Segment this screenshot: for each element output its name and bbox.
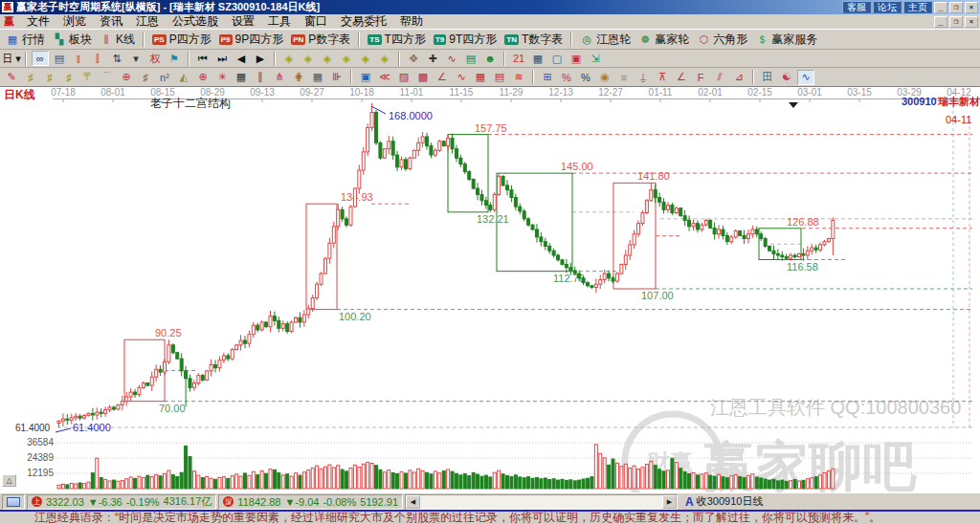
price-division-icon[interactable]: ⊼	[654, 70, 671, 85]
gann-diamond-up-icon[interactable]: ◈	[338, 51, 355, 66]
scroll-left-arrow[interactable]: ◀	[406, 495, 420, 509]
menu-item-browse[interactable]: 浏览	[56, 13, 93, 30]
channel-icon[interactable]: ⫽	[711, 70, 728, 85]
fork2-tool-icon[interactable]: ⋕	[290, 70, 307, 85]
hand-tool-icon[interactable]: ✥	[405, 51, 422, 66]
volume-collapse-button[interactable]: △	[2, 474, 16, 487]
first-page-icon[interactable]: ⏮	[194, 51, 212, 66]
grid-toggle-icon[interactable]: 田	[759, 70, 776, 85]
p-square-button[interactable]: PSP四方形	[148, 31, 215, 49]
percent2-icon[interactable]: %	[577, 70, 594, 85]
golden-box-icon[interactable]: ≡	[615, 70, 633, 85]
titlebar-link-support[interactable]: 客服	[842, 1, 871, 13]
menu-item-tools[interactable]: 工具	[261, 13, 298, 30]
close-button[interactable]: ✕	[965, 2, 978, 13]
sse-index-panel[interactable]: 上 3322.03 ▼-6.36 -0.19% 4316.17亿	[27, 494, 216, 510]
szse-index-panel[interactable]: 深 11842.88 ▼-9.04 -0.08% 5192.91	[218, 494, 403, 510]
kline-style-icon[interactable]: ⫾	[70, 51, 87, 66]
grid-large-icon[interactable]: ▦	[309, 70, 326, 85]
menu-item-news[interactable]: 资讯	[93, 13, 129, 30]
arc-tool-icon[interactable]: ⌒	[99, 70, 116, 85]
golden-section-icon[interactable]: ◉	[596, 70, 613, 85]
mdi-minimize-button[interactable]: _	[934, 16, 947, 28]
quotes-button[interactable]: ▦行情	[2, 31, 49, 49]
chart-area[interactable]: 江恩工具软件 QQ:100800360财赢赢家聊吧365842438912195…	[0, 87, 980, 492]
gann-wheel-button[interactable]: ◎江恩轮	[576, 31, 635, 49]
time-division-icon[interactable]: ⍊	[635, 70, 652, 85]
winner-service-button[interactable]: ＄赢家服务	[751, 31, 821, 49]
scroll-right-arrow[interactable]: ▶	[662, 495, 677, 509]
grid-red-icon[interactable]: ▦	[472, 70, 489, 85]
menu-item-trade-entrust[interactable]: 交易委托	[334, 13, 393, 30]
gann-grid3-icon[interactable]: ♯	[60, 70, 78, 85]
restore-button[interactable]: ❐	[949, 2, 963, 13]
save-icon[interactable]: ▣	[568, 51, 585, 66]
crosshair-icon[interactable]: ✚	[424, 51, 441, 66]
lines-tool-icon[interactable]: ≋	[510, 70, 527, 85]
9t-square-button[interactable]: T99T四方形	[430, 31, 501, 49]
menu-item-settings[interactable]: 设置	[225, 13, 261, 30]
f-line-icon[interactable]: F	[692, 70, 709, 85]
mdi-restore-button[interactable]: ❐	[949, 16, 963, 28]
minimize-button[interactable]: _	[934, 2, 947, 13]
kline-style2-icon[interactable]: ⫿	[89, 51, 106, 66]
grid-black-icon[interactable]: ▦	[233, 70, 250, 85]
smile-icon[interactable]: ☻	[481, 51, 499, 66]
wave-tool-icon[interactable]: ∿	[453, 70, 470, 85]
percent-line-icon[interactable]: %	[558, 70, 575, 85]
gann-diamond-left-icon[interactable]: ◈	[280, 51, 298, 66]
angle-line-icon[interactable]: ∠	[434, 70, 451, 85]
grid-red2-icon[interactable]: ▤	[491, 70, 508, 85]
gann-grid-diag-icon[interactable]: ▨	[395, 70, 412, 85]
bars-tool-icon[interactable]: ∥	[252, 70, 269, 85]
angle-arc-icon[interactable]: ◭	[175, 70, 192, 85]
menu-item-help[interactable]: 帮助	[393, 13, 430, 30]
keyboard-wizard-panel[interactable]	[2, 494, 25, 510]
n2-tool-icon[interactable]: n²	[156, 70, 173, 85]
range-tool-icon[interactable]: ⊪	[328, 70, 345, 85]
kline-button[interactable]: ⫼K线	[96, 31, 139, 49]
wave-mode-icon[interactable]: ∿	[797, 70, 814, 85]
taiji-icon[interactable]: ☯	[778, 70, 795, 85]
winner-wheel-button[interactable]: ☸赢家轮	[635, 31, 693, 49]
star-tool-icon[interactable]: ✳	[213, 70, 231, 85]
menu-item-window[interactable]: 窗口	[298, 13, 334, 30]
wedge-icon[interactable]: ⊿	[730, 70, 747, 85]
9p-square-button[interactable]: P99P四方形	[215, 31, 287, 49]
gann-diamond-right-icon[interactable]: ◈	[300, 51, 317, 66]
period-daily-select[interactable]: 日 ▾	[3, 51, 20, 66]
menu-item-formula-stock-pick[interactable]: 公式选股	[166, 13, 225, 30]
export-icon[interactable]: ⇲	[587, 51, 604, 66]
fork-tool-icon[interactable]: ⋔	[271, 70, 288, 85]
ruler-tool-icon[interactable]: ⊞	[539, 70, 556, 85]
next-bar-icon[interactable]: ▶	[252, 51, 269, 66]
horizontal-scrollbar[interactable]: ◀ ▶	[405, 494, 678, 510]
tsquare-tool-icon[interactable]: 〒	[79, 70, 97, 85]
zigzag-icon[interactable]: ∿	[443, 51, 460, 66]
gann-grid-icon[interactable]: ♯	[22, 70, 39, 85]
p-number-table-button[interactable]: PNP数字表	[287, 31, 354, 49]
style-dropdown-icon[interactable]: ▾	[127, 51, 145, 66]
gann-diamond-h-icon[interactable]: ◈	[319, 51, 336, 66]
last-page-icon[interactable]: ⏭	[213, 51, 231, 66]
t-number-table-button[interactable]: TNT数字表	[501, 31, 567, 49]
pen-tool-icon[interactable]: ✎	[3, 70, 20, 85]
flag-icon[interactable]: ⚑	[166, 51, 183, 66]
gann-glasses-icon[interactable]: ∞	[32, 51, 49, 66]
gann-fan-icon[interactable]: ≪	[376, 70, 393, 85]
mdi-close-button[interactable]: ✕	[965, 16, 978, 28]
titlebar-link-home[interactable]: 主页	[903, 1, 932, 13]
titlebar-link-forum[interactable]: 论坛	[873, 1, 902, 13]
f10-info-icon[interactable]: ▤	[51, 51, 68, 66]
menu-item-gann[interactable]: 江恩	[129, 13, 166, 30]
target-tool-icon[interactable]: ⊕	[194, 70, 212, 85]
menu-item-file[interactable]: 文件	[20, 13, 56, 30]
grid-dense-icon[interactable]: ♯	[137, 70, 154, 85]
angle2-icon[interactable]: ∠	[673, 70, 690, 85]
bar-style-icon[interactable]: ⇅	[108, 51, 125, 66]
chip-distribution-icon[interactable]: ▤	[462, 51, 479, 66]
hexagon-button[interactable]: ⬡六角形	[693, 31, 751, 49]
gann-diamond-v-icon[interactable]: ◈	[376, 51, 393, 66]
calendar-21-icon[interactable]: 21	[510, 51, 527, 66]
sectors-button[interactable]: ▚板块	[49, 31, 96, 49]
